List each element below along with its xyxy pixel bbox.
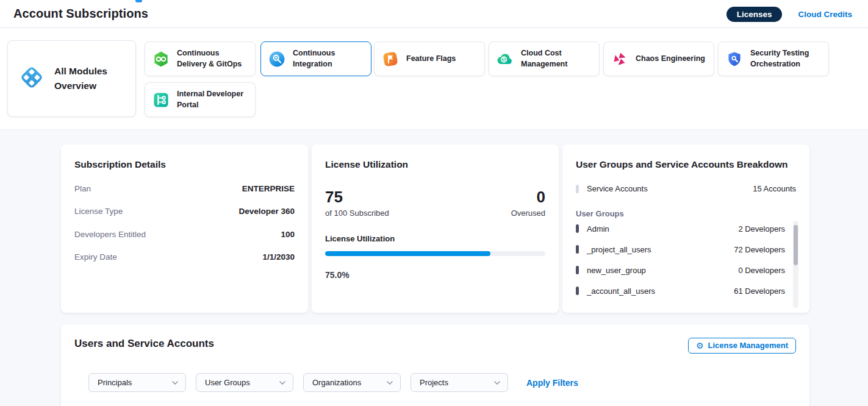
group-value: 2 Developers — [738, 224, 785, 233]
detail-value: 100 — [281, 230, 295, 239]
subscription-details-title: Subscription Details — [74, 159, 295, 170]
module-card-idp[interactable]: Internal Developer Portal — [145, 82, 256, 117]
chaos-icon — [611, 51, 628, 68]
detail-label: License Type — [74, 207, 123, 216]
cloud-credits-tab[interactable]: Cloud Credits — [798, 10, 852, 19]
utilization-bar-label: License Utilization — [325, 234, 545, 243]
all-modules-icon — [18, 63, 46, 94]
ci-icon — [268, 51, 285, 68]
license-utilization-card: License Utilization 75 of 100 Subscribed… — [312, 144, 559, 313]
used-caption: of 100 Subscribed — [325, 208, 389, 218]
group-name: _project_all_users — [587, 245, 651, 254]
service-accounts-value: 15 Accounts — [753, 184, 796, 193]
sto-icon — [726, 51, 743, 68]
user-group-row: Admin 2 Developers — [576, 218, 785, 239]
groups-scrollbar[interactable] — [793, 221, 798, 308]
gear-icon: ⚙ — [696, 341, 704, 350]
detail-label: Expiry Date — [74, 252, 117, 262]
feature-flags-icon — [382, 51, 399, 68]
service-accounts-marker — [576, 185, 579, 193]
group-value: 72 Developers — [734, 245, 785, 254]
module-label: Chaos Engineering — [636, 54, 705, 65]
chevron-down-icon — [387, 381, 393, 385]
main-content: Subscription Details Plan ENTERPRISE Lic… — [0, 130, 868, 406]
users-service-accounts-card: Users and Service Accounts ⚙ License Man… — [61, 324, 809, 406]
modules-band: All Modules Overview Continuous Delivery… — [0, 28, 868, 130]
license-management-button[interactable]: ⚙ License Management — [688, 338, 796, 354]
organizations-filter-dropdown[interactable]: Organizations — [303, 373, 401, 392]
detail-row-developers-entitled: Developers Entitled 100 — [74, 230, 295, 239]
utilization-percent: 75.0% — [325, 270, 545, 280]
module-label: Feature Flags — [406, 54, 456, 65]
group-name: new_user_group — [587, 266, 646, 275]
detail-label: Plan — [74, 184, 91, 193]
chevron-down-icon — [172, 381, 178, 385]
projects-filter-dropdown[interactable]: Projects — [411, 373, 508, 392]
used-block: 75 of 100 Subscribed — [325, 188, 389, 218]
chevron-down-icon — [279, 381, 285, 385]
user-groups-filter-dropdown[interactable]: User Groups — [196, 373, 293, 392]
detail-row-license-type: License Type Developer 360 — [74, 207, 295, 216]
group-name: _account_all_users — [587, 287, 655, 296]
module-label: Cloud Cost Management — [521, 48, 592, 69]
user-groups-list: Admin 2 Developers _project_all_users 72… — [576, 218, 796, 301]
used-count: 75 — [325, 188, 389, 206]
overused-block: 0 Overused — [511, 188, 545, 218]
user-groups-heading: User Groups — [576, 209, 796, 218]
chevron-down-icon — [494, 381, 500, 385]
license-progress-fill — [325, 251, 490, 256]
filter-label: Organizations — [312, 378, 361, 387]
groups-scrollbar-thumb[interactable] — [794, 225, 798, 265]
filter-label: Projects — [420, 378, 448, 387]
usage-summary: 75 of 100 Subscribed 0 Overused — [325, 188, 545, 218]
detail-value: ENTERPRISE — [242, 184, 295, 193]
license-progress-track — [325, 251, 545, 256]
license-utilization-title: License Utilization — [325, 159, 545, 170]
all-modules-overview-label: All Modules Overview — [54, 64, 126, 93]
module-label: Continuous Integration — [293, 48, 364, 69]
group-value: 0 Developers — [738, 266, 785, 275]
module-card-sto[interactable]: Security Testing Orchestration — [718, 41, 829, 76]
module-label: Internal Developer Portal — [177, 89, 248, 110]
cloud-cost-icon: $ — [497, 51, 514, 68]
cd-gitops-icon — [152, 51, 170, 68]
module-card-cloud-cost[interactable]: $ Cloud Cost Management — [489, 41, 600, 76]
user-group-row: new_user_group 0 Developers — [576, 260, 785, 280]
filters-row: Principals User Groups Organizations Pro… — [88, 373, 796, 392]
detail-row-plan: Plan ENTERPRISE — [74, 184, 295, 193]
user-group-row: _project_all_users 72 Developers — [576, 239, 785, 260]
overused-count: 0 — [511, 188, 545, 206]
page-header: Account Subscriptions Licenses Cloud Cre… — [0, 0, 868, 28]
idp-icon — [152, 91, 170, 109]
clipped-help-icon — [135, 0, 142, 2]
module-card-chaos[interactable]: Chaos Engineering — [603, 41, 714, 76]
detail-row-expiry-date: Expiry Date 1/1/2030 — [74, 252, 295, 262]
filter-label: User Groups — [205, 378, 250, 387]
user-group-row: _account_all_users 61 Developers — [576, 280, 785, 301]
module-label: Security Testing Orchestration — [750, 48, 821, 69]
group-marker — [576, 266, 579, 274]
service-accounts-row: Service Accounts 15 Accounts — [576, 184, 796, 193]
license-management-label: License Management — [708, 341, 789, 350]
licenses-tab[interactable]: Licenses — [726, 7, 783, 22]
all-modules-overview-card[interactable]: All Modules Overview — [7, 40, 136, 117]
module-card-cd-gitops[interactable]: Continuous Delivery & GitOps — [145, 41, 256, 76]
detail-value: Developer 360 — [239, 207, 295, 216]
apply-filters-link[interactable]: Apply Filters — [526, 378, 578, 388]
svg-text:$: $ — [503, 56, 506, 62]
overused-caption: Overused — [511, 208, 545, 218]
group-name: Admin — [587, 224, 609, 233]
group-marker — [576, 224, 579, 233]
module-card-feature-flags[interactable]: Feature Flags — [374, 41, 485, 76]
header-tabs: Licenses Cloud Credits — [726, 0, 852, 28]
module-card-ci[interactable]: Continuous Integration — [260, 41, 371, 76]
principals-filter-dropdown[interactable]: Principals — [88, 373, 186, 392]
filter-label: Principals — [98, 378, 132, 387]
group-marker — [576, 287, 579, 295]
group-marker — [576, 245, 579, 254]
breakdown-card: User Groups and Service Accounts Breakdo… — [562, 144, 809, 313]
group-value: 61 Developers — [734, 287, 785, 296]
page-title: Account Subscriptions — [13, 7, 148, 21]
detail-label: Developers Entitled — [74, 230, 146, 239]
service-accounts-label: Service Accounts — [587, 184, 648, 193]
